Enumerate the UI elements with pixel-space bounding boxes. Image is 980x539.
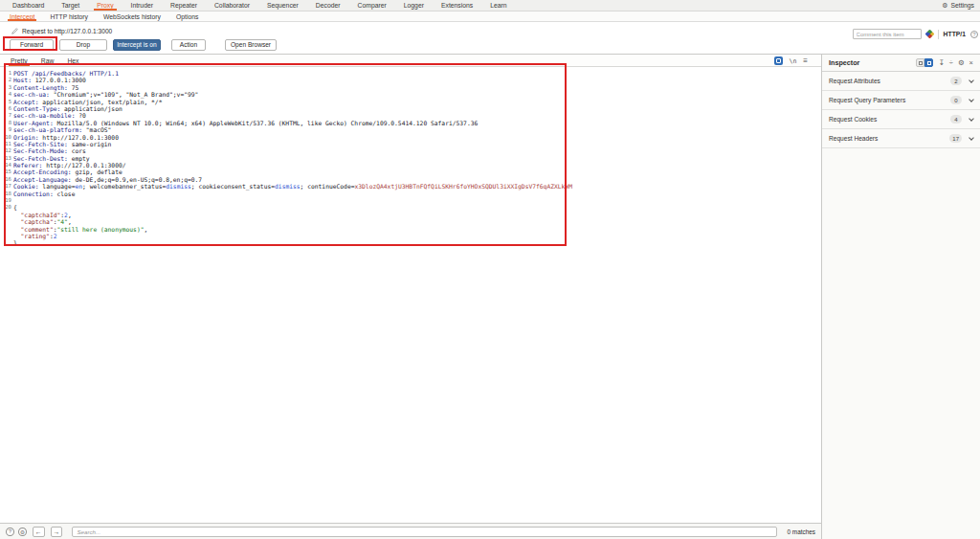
previous-match-button[interactable]: ← [33,527,45,537]
subtab-http-history[interactable]: HTTP history [42,11,96,21]
line-number: 4 [0,91,13,98]
inspector-view-right-icon[interactable] [924,58,933,67]
line-number: 12 [0,147,13,154]
editor-tab-bar: PrettyRawHex \n ≡ [0,55,821,67]
intercept-button-row: Forward Drop Intercept is on Action Open… [0,38,980,51]
match-count-label: 0 matches [788,528,815,535]
selection-view-icon[interactable] [774,56,783,65]
subtab-intercept[interactable]: Intercept [2,11,42,21]
inspector-header: Inspector ↧ ÷ ⚙ × [822,55,980,72]
line-number: 1 [0,70,13,77]
inspector-section-request-cookies[interactable]: Request Cookies4 [822,110,980,129]
inspector-section-request-attributes[interactable]: Request Attributes2 [822,72,980,91]
line-number: 20 [0,204,13,211]
main-menu-tabs: DashboardTargetProxyIntruderRepeaterColl… [4,0,516,11]
request-line: 10Origin: http://127.0.0.1:3000 [0,134,821,141]
request-line: 2Host: 127.0.0.1:3000 [0,77,821,83]
next-match-button[interactable]: → [51,527,63,537]
request-line: 20{ [0,204,821,211]
inspector-close-icon[interactable]: × [969,59,973,67]
subtab-websockets-history[interactable]: WebSockets history [96,11,168,21]
chevron-down-icon [969,116,974,122]
request-line: "rating":2 [0,233,821,239]
comment-area: HTTP/1 ? [853,29,978,39]
line-number: 19 [0,197,13,204]
line-number: 18 [0,191,13,197]
action-button[interactable]: Action [171,39,206,51]
gear-icon: ⚙ [942,2,947,9]
menu-tab-repeater[interactable]: Repeater [162,0,206,11]
line-number [0,212,13,218]
search-settings-icon[interactable]: ⚙ [18,528,27,536]
request-line: "captcha":"4", [0,218,821,225]
line-number: 7 [0,112,13,119]
request-editor-body[interactable]: 1POST /api/Feedbacks/ HTTP/1.12Host: 127… [0,67,821,523]
search-input[interactable] [72,527,776,537]
editor-tab-pretty[interactable]: Pretty [4,55,34,66]
line-number [0,218,13,225]
inspector-settings-icon[interactable]: ⚙ [958,59,965,67]
comment-input[interactable] [853,29,922,39]
inspector-sections: Request Attributes2Request Query Paramet… [822,72,980,148]
inspector-section-request-headers[interactable]: Request Headers17 [822,129,980,148]
request-line: 8User-Agent: Mozilla/5.0 (Windows NT 10.… [0,120,821,126]
count-badge: 0 [950,96,962,104]
count-badge: 4 [950,115,962,124]
inspector-section-request-query-parameters[interactable]: Request Query Parameters0 [822,91,980,110]
line-number [0,233,13,239]
newline-toggle-icon[interactable]: \n [790,57,797,65]
menu-tab-dashboard[interactable]: Dashboard [4,0,53,11]
search-help-icon[interactable]: ? [6,528,14,536]
line-number: 16 [0,176,13,183]
request-line: "comment":"still here (anonymous)", [0,226,821,233]
drop-button[interactable]: Drop [59,39,107,51]
request-line: 13Sec-Fetch-Dest: empty [0,155,821,162]
line-number: 17 [0,183,13,190]
open-browser-button[interactable]: Open Browser [225,39,277,51]
menu-tab-comparer[interactable]: Comparer [349,0,395,11]
editor-tabs: PrettyRawHex [4,55,85,66]
line-number [0,239,13,246]
request-line: 11Sec-Fetch-Site: same-origin [0,141,821,147]
request-editor-panel: PrettyRawHex \n ≡ 1POST /api/Feedbacks/ … [0,55,821,539]
editor-menu-icon[interactable]: ≡ [803,57,808,65]
proxy-subtab-bar: InterceptHTTP historyWebSockets historyO… [0,11,980,22]
request-line: 4sec-ch-ua: "Chromium";v="109", "Not_A B… [0,91,821,98]
menu-tab-proxy[interactable]: Proxy [88,0,122,11]
proxy-subtabs: InterceptHTTP historyWebSockets historyO… [2,11,206,21]
menu-tab-learn[interactable]: Learn [481,0,515,11]
menu-tab-target[interactable]: Target [53,0,88,11]
request-line: 1POST /api/Feedbacks/ HTTP/1.1 [0,70,821,77]
divider [938,30,939,39]
request-target-label: Request to http://127.0.0.1:3000 [22,28,112,34]
intercept-toolbar: Request to http://127.0.0.1:3000 Forward… [0,22,980,55]
menu-tab-intruder[interactable]: Intruder [122,0,162,11]
menu-tab-collaborator[interactable]: Collaborator [206,0,258,11]
inspector-view-left-icon[interactable] [916,58,924,67]
menu-tab-decoder[interactable]: Decoder [307,0,349,11]
line-number: 13 [0,155,13,162]
chevron-down-icon [969,97,974,102]
menu-tab-logger[interactable]: Logger [395,0,433,11]
forward-button[interactable]: Forward [10,39,54,51]
chevron-down-icon [969,78,974,83]
intercept-toggle-button[interactable]: Intercept is on [113,39,161,51]
inspector-section-label: Request Cookies [829,116,950,123]
expand-all-icon[interactable]: ↧ [938,59,944,67]
inspector-section-label: Request Query Parameters [829,97,950,103]
subtab-options[interactable]: Options [168,11,206,21]
help-icon[interactable]: ? [970,31,978,38]
settings-button[interactable]: ⚙ Settings [942,2,974,9]
request-line: 19 [0,197,821,204]
menu-tab-extensions[interactable]: Extensions [433,0,481,11]
chevron-down-icon [969,135,974,141]
highlight-color-icon[interactable] [924,30,934,39]
editor-tab-hex[interactable]: Hex [60,55,85,66]
request-line: 14Referer: http://127.0.0.1:3000/ [0,162,821,168]
request-line: } [0,239,821,246]
editor-tab-raw[interactable]: Raw [34,55,61,66]
collapse-all-icon[interactable]: ÷ [949,59,953,67]
request-line: 3Content-Length: 75 [0,84,821,91]
menu-tab-sequencer[interactable]: Sequencer [258,0,307,11]
inspector-view-toggle[interactable] [916,58,933,67]
